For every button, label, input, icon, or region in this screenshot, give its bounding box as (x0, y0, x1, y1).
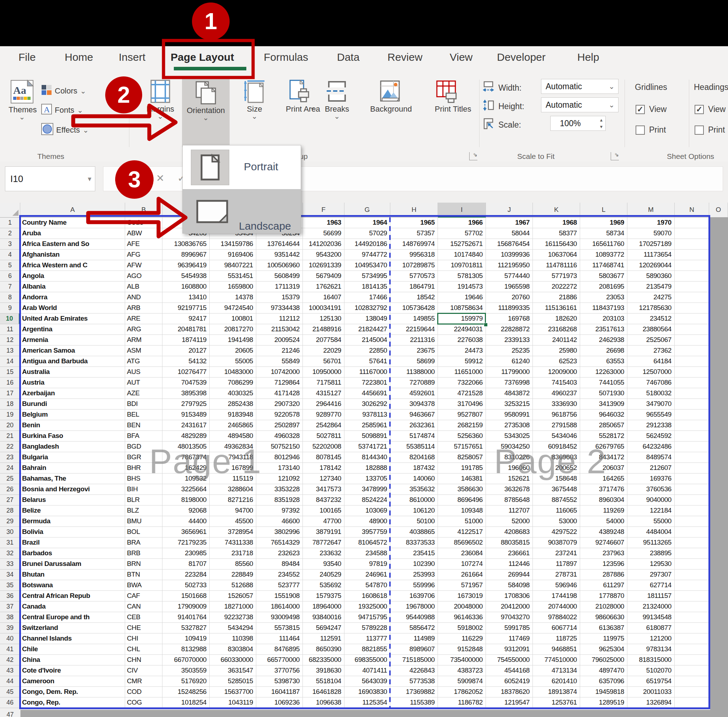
row-header-18[interactable]: 18 (0, 399, 20, 409)
cell-K28[interactable]: 116065 (533, 505, 580, 516)
cell-F13[interactable]: 22029 (303, 346, 345, 356)
cell-G22[interactable]: 53741721 (345, 441, 390, 452)
cell-B41[interactable]: CHL (125, 644, 162, 655)
cell-B8[interactable]: AND (125, 292, 162, 303)
cell-G11[interactable]: 21824427 (345, 324, 390, 335)
cell-C6[interactable]: 5454938 (162, 271, 210, 282)
row-header-4[interactable]: 4 (0, 250, 20, 260)
cell-H29[interactable]: 50100 (390, 516, 438, 527)
cell-L15[interactable]: 12263000 (580, 367, 627, 378)
cell-M3[interactable]: 170257189 (627, 239, 675, 250)
cell-G5[interactable]: 104953470 (345, 260, 390, 271)
cell-K20[interactable]: 2791588 (533, 420, 580, 431)
cell-J15[interactable]: 11799000 (486, 367, 533, 378)
cell-E21[interactable]: 4960328 (256, 431, 303, 441)
cell-F46[interactable]: 1096638 (303, 697, 345, 708)
cell-A3[interactable]: Africa Eastern and So (20, 239, 125, 250)
cell-J29[interactable]: 52000 (486, 516, 533, 527)
cell-L6[interactable]: 5803677 (580, 271, 627, 282)
cell-C12[interactable]: 1874119 (162, 335, 210, 346)
cell-F26[interactable]: 3417573 (303, 484, 345, 495)
row-header-2[interactable]: 2 (0, 228, 20, 239)
cell-F27[interactable]: 8437232 (303, 495, 345, 505)
cell-J26[interactable]: 3632678 (486, 484, 533, 495)
headings-print-option[interactable]: Print (694, 125, 725, 135)
cell-H2[interactable]: 57357 (390, 228, 438, 239)
print-titles-button[interactable]: Print Titles (427, 79, 468, 114)
cell-A38[interactable]: Central Europe and th (20, 612, 125, 623)
cell-C8[interactable]: 13410 (162, 292, 210, 303)
row-header-38[interactable]: 38 (0, 612, 20, 623)
cell-K33[interactable]: 117897 (533, 559, 580, 569)
cell-J11[interactable]: 22828872 (486, 324, 533, 335)
cell-K3[interactable]: 161156430 (533, 239, 580, 250)
cell-K19[interactable]: 9618756 (533, 409, 580, 420)
cell-I8[interactable]: 19646 (438, 292, 486, 303)
cell-K15[interactable]: 12009000 (533, 367, 580, 378)
cell-N29[interactable] (675, 516, 709, 527)
column-header-K[interactable]: K (533, 203, 580, 218)
cell-K36[interactable]: 1744198 (533, 591, 580, 601)
cell-D46[interactable]: 1043119 (210, 697, 256, 708)
cell-E16[interactable]: 7129864 (256, 378, 303, 388)
cell-A41[interactable]: Chile (20, 644, 125, 655)
cell-A6[interactable]: Angola (20, 271, 125, 282)
cell-I45[interactable]: 17862052 (438, 687, 486, 697)
cell-K31[interactable]: 90387079 (533, 537, 580, 548)
select-all-button[interactable] (0, 203, 20, 218)
cell-A26[interactable]: Bosnia and Herzegovi (20, 484, 125, 495)
cell-J21[interactable]: 5343025 (486, 431, 533, 441)
height-dropdown[interactable]: Automatic ⌄ (541, 98, 618, 112)
page-setup-dialog-launcher[interactable]: ⇘ (469, 152, 478, 160)
cell-A15[interactable]: Australia (20, 367, 125, 378)
cell-E14[interactable]: 55849 (256, 356, 303, 367)
cell-C27[interactable]: 8198000 (162, 495, 210, 505)
cell-I7[interactable]: 1914573 (438, 282, 486, 292)
cell-L40[interactable]: 119975 (580, 633, 627, 644)
cell-D21[interactable]: 4894580 (210, 431, 256, 441)
cell-N31[interactable] (675, 537, 709, 548)
cell-D11[interactable]: 20817270 (210, 324, 256, 335)
cell-D30[interactable]: 3728954 (210, 527, 256, 537)
effects-button[interactable]: Effects ⌄ (41, 123, 89, 137)
cell-A35[interactable]: Botswana (20, 580, 125, 591)
cell-F32[interactable]: 233632 (303, 548, 345, 559)
cell-K41[interactable]: 9468851 (533, 644, 580, 655)
cell-G12[interactable]: 2145004 (345, 335, 390, 346)
cell-A21[interactable]: Burkina Faso (20, 431, 125, 441)
cell-D4[interactable]: 9169406 (210, 250, 256, 260)
cell-M11[interactable]: 23880564 (627, 324, 675, 335)
tab-page-layout[interactable]: Page Layout (171, 51, 234, 63)
cell-L20[interactable]: 2850657 (580, 420, 627, 431)
cell-J1[interactable]: 1967 (486, 218, 533, 228)
cell-G10[interactable]: 138049 (345, 314, 390, 324)
cell-K17[interactable]: 4960237 (533, 388, 580, 399)
cell-I19[interactable]: 9527807 (438, 409, 486, 420)
cell-A37[interactable]: Canada (20, 601, 125, 612)
cell-L25[interactable]: 164265 (580, 473, 627, 484)
cell-A45[interactable]: Congo, Dem. Rep. (20, 687, 125, 697)
row-header-43[interactable]: 43 (0, 665, 20, 676)
cell-L31[interactable]: 92746607 (580, 537, 627, 548)
cell-H43[interactable]: 4226843 (390, 665, 438, 676)
cell-E6[interactable]: 5608499 (256, 271, 303, 282)
cell-D43[interactable]: 3631547 (210, 665, 256, 676)
cell-I24[interactable]: 191785 (438, 463, 486, 473)
cell-I37[interactable]: 20048000 (438, 601, 486, 612)
cell-M28[interactable]: 122184 (627, 505, 675, 516)
cell-J19[interactable]: 9580991 (486, 409, 533, 420)
cell-H28[interactable]: 106120 (390, 505, 438, 516)
cell-I1[interactable]: 1966 (438, 218, 486, 228)
cell-K40[interactable]: 118725 (533, 633, 580, 644)
cell-G36[interactable]: 1608618 (345, 591, 390, 601)
row-header-8[interactable]: 8 (0, 292, 20, 303)
cell-E43[interactable]: 3770756 (256, 665, 303, 676)
cell-D45[interactable]: 15637700 (210, 687, 256, 697)
cell-M41[interactable]: 9783134 (627, 644, 675, 655)
cell-H39[interactable]: 5856472 (390, 623, 438, 633)
cell-C9[interactable]: 92197715 (162, 303, 210, 314)
cell-H1[interactable]: 1965 (390, 218, 438, 228)
cell-K39[interactable]: 6067714 (533, 623, 580, 633)
cell-G34[interactable]: 246961 (345, 569, 390, 580)
cell-C18[interactable]: 2797925 (162, 399, 210, 409)
